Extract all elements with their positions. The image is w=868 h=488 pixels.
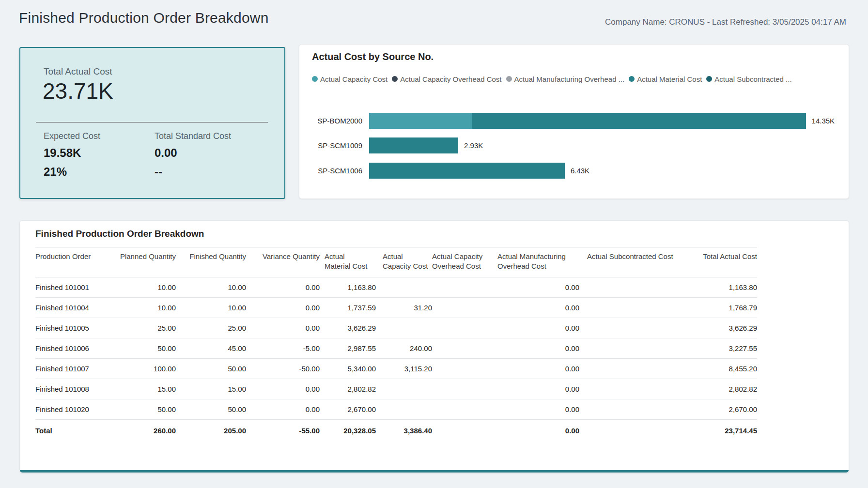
table-cell: 5,340.00 [320, 359, 376, 379]
table-cell [579, 277, 684, 298]
bar-track: 2.93K [369, 137, 844, 153]
legend-item[interactable]: Actual Material Cost [629, 75, 702, 83]
column-header[interactable]: Actual Material Cost [320, 247, 376, 277]
kpi-expected-cost-block: Expected Cost 19.58K 21% [44, 131, 100, 179]
legend-dot-icon [312, 76, 318, 82]
table-cell: 205.00 [176, 420, 246, 442]
column-header[interactable]: Actual Capacity Overhead Cost [432, 247, 488, 277]
table-cell: 50.00 [176, 359, 246, 379]
bar-segment[interactable] [369, 113, 472, 129]
legend-item[interactable]: Actual Capacity Cost [312, 75, 388, 83]
table-cell: 1,163.80 [684, 277, 757, 298]
column-header[interactable]: Actual Manufacturing Overhead Cost [488, 247, 579, 277]
bar-segment[interactable] [369, 137, 458, 153]
kpi-secondary-label: Total Standard Cost [155, 131, 231, 141]
table-total-row[interactable]: Total260.00205.00-55.0020,328.053,386.40… [35, 420, 757, 442]
table-cell: 2,670.00 [684, 399, 757, 420]
column-header[interactable]: Actual Capacity Cost [376, 247, 432, 277]
table-cell: 10.00 [176, 277, 246, 298]
table-cell: 25.00 [176, 318, 246, 338]
table-cell: 0.00 [488, 420, 579, 442]
legend-dot-icon [629, 76, 635, 82]
bar-segment[interactable] [369, 163, 565, 179]
column-header[interactable]: Actual Subcontracted Cost [579, 247, 684, 277]
table-row[interactable]: Finished 10100410.0010.000.001,737.5931.… [35, 298, 757, 318]
table-cell [432, 359, 488, 379]
bar-segment[interactable] [472, 113, 806, 129]
legend-label: Actual Capacity Cost [320, 75, 388, 83]
table-cell [432, 298, 488, 318]
chart-legend: Actual Capacity CostActual Capacity Over… [312, 74, 844, 84]
table-cell: Finished 101005 [35, 318, 113, 338]
legend-item[interactable]: Actual Capacity Overhead Cost [392, 75, 501, 83]
table-cell [376, 379, 432, 399]
table-cell: 1,768.79 [684, 298, 757, 318]
table-row[interactable]: Finished 10100110.0010.000.001,163.800.0… [35, 277, 757, 298]
table-cell [432, 420, 488, 442]
table-cell: 0.00 [488, 359, 579, 379]
table-cell: Finished 101004 [35, 298, 113, 318]
table-cell: 0.00 [246, 399, 320, 420]
table-cell: 3,386.40 [376, 420, 432, 442]
table-cell: -50.00 [246, 359, 320, 379]
kpi-label: Total Actual Cost [44, 66, 112, 77]
table-cell: 240.00 [376, 338, 432, 359]
table-cell: Finished 101007 [35, 359, 113, 379]
table-cell: 10.00 [113, 277, 176, 298]
kpi-secondary-value: 0.00 [155, 146, 231, 160]
table-cell: 8,455.20 [684, 359, 757, 379]
table-cell [579, 399, 684, 420]
table-cell: 0.00 [488, 379, 579, 399]
table-header-row: Production OrderPlanned QuantityFinished… [35, 247, 757, 277]
table-cell: -55.00 [246, 420, 320, 442]
kpi-secondary-value: 19.58K [44, 146, 100, 160]
column-header[interactable]: Total Actual Cost [684, 247, 757, 277]
table-title: Finished Production Order Breakdown [35, 229, 204, 239]
table-cell [579, 379, 684, 399]
bar-category-label: SP-BOM2000 [299, 117, 362, 125]
kpi-standard-cost-block: Total Standard Cost 0.00 -- [155, 131, 231, 179]
table-cell [579, 359, 684, 379]
table-row[interactable]: Finished 10102050.0050.000.002,670.000.0… [35, 399, 757, 420]
bar-value-label: 2.93K [464, 141, 483, 150]
table-cell: 0.00 [488, 338, 579, 359]
table-cell: 15.00 [113, 379, 176, 399]
table-cell: 2,987.55 [320, 338, 376, 359]
column-header[interactable]: Variance Quantity [246, 247, 320, 277]
column-header[interactable]: Production Order [35, 247, 113, 277]
table-cell: Finished 101001 [35, 277, 113, 298]
table-row[interactable]: Finished 10100650.0045.00-5.002,987.5524… [35, 338, 757, 359]
table-cell: 0.00 [246, 318, 320, 338]
legend-item[interactable]: Actual Subcontracted ... [706, 75, 791, 83]
bar-row: SP-BOM200014.35K [299, 113, 843, 129]
table-cell: Total [35, 420, 113, 442]
table-cell: 3,115.20 [376, 359, 432, 379]
bar-category-label: SP-SCM1009 [299, 141, 362, 150]
table-cell [432, 318, 488, 338]
column-header[interactable]: Finished Quantity [176, 247, 246, 277]
legend-dot-icon [706, 76, 712, 82]
table-cell: 50.00 [176, 399, 246, 420]
table-cell [579, 338, 684, 359]
table-cell [376, 399, 432, 420]
table-wrap: Production OrderPlanned QuantityFinished… [35, 247, 757, 442]
table-cell: 10.00 [113, 298, 176, 318]
legend-item[interactable]: Actual Manufacturing Overhead ... [506, 75, 625, 83]
legend-dot-icon [392, 76, 398, 82]
company-refresh-meta: Company Name: CRONUS - Last Refreshed: 3… [605, 17, 846, 27]
column-header[interactable]: Planned Quantity [113, 247, 176, 277]
chart-title: Actual Cost by Source No. [312, 51, 434, 62]
table-cell [432, 338, 488, 359]
table-cell: Finished 101020 [35, 399, 113, 420]
table-cell [432, 399, 488, 420]
table-row[interactable]: Finished 10100525.0025.000.003,626.290.0… [35, 318, 757, 338]
table-row[interactable]: Finished 10100815.0015.000.002,802.820.0… [35, 379, 757, 399]
table-cell: 100.00 [113, 359, 176, 379]
legend-dot-icon [506, 76, 512, 82]
table-cell: 0.00 [488, 318, 579, 338]
table-cell: 260.00 [113, 420, 176, 442]
legend-label: Actual Material Cost [637, 75, 702, 83]
breakdown-table-card: Finished Production Order Breakdown Prod… [19, 220, 849, 473]
kpi-secondary-detail: -- [155, 165, 231, 179]
table-row[interactable]: Finished 101007100.0050.00-50.005,340.00… [35, 359, 757, 379]
